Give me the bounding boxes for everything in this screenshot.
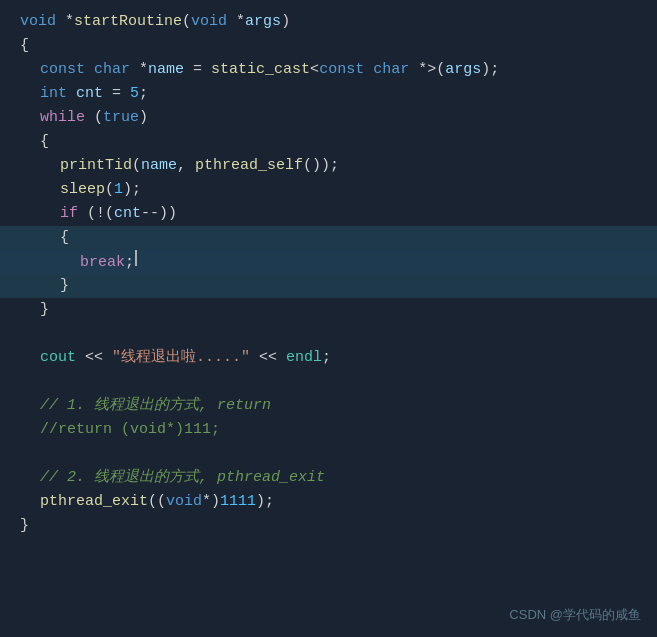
code-line-8: sleep(1); bbox=[0, 178, 657, 202]
num-5: 5 bbox=[130, 82, 139, 105]
comment-return: //return (void*)111; bbox=[40, 418, 220, 441]
decrement: --)) bbox=[141, 202, 177, 225]
num-1: 1 bbox=[114, 178, 123, 201]
cast-arg: args bbox=[445, 58, 481, 81]
func-printTid: printTid bbox=[60, 154, 132, 177]
keyword-void: void bbox=[20, 10, 65, 33]
code-line-12: } bbox=[0, 274, 657, 298]
brace-while-open: { bbox=[40, 130, 49, 153]
func-pthread-exit: pthread_exit bbox=[40, 490, 148, 513]
cast-type-char: char bbox=[373, 58, 418, 81]
code-line-9: if (!(cnt--)) bbox=[0, 202, 657, 226]
angle-open: < bbox=[310, 58, 319, 81]
printTid-paren: ( bbox=[132, 154, 141, 177]
kw-while: while bbox=[40, 106, 94, 129]
while-paren: ( bbox=[94, 106, 103, 129]
break-semi: ; bbox=[125, 251, 134, 274]
comment-1: // 1. 线程退出的方式, return bbox=[40, 394, 271, 417]
cast-star: *>( bbox=[418, 58, 445, 81]
code-line-6: { bbox=[0, 130, 657, 154]
while-close: ) bbox=[139, 106, 148, 129]
code-line-7: printTid(name, pthread_self()); bbox=[0, 154, 657, 178]
param-name: args bbox=[245, 10, 281, 33]
if-paren: (!( bbox=[87, 202, 114, 225]
paren-open: ( bbox=[182, 10, 191, 33]
code-line-21: pthread_exit((void*)1111); bbox=[0, 490, 657, 514]
brace-if-close: } bbox=[60, 274, 69, 297]
var-cnt: cnt bbox=[76, 82, 103, 105]
cout-op1: << bbox=[76, 346, 112, 369]
cnt-ref: cnt bbox=[114, 202, 141, 225]
code-line-10: { bbox=[0, 226, 657, 250]
code-line-13: } bbox=[0, 298, 657, 322]
code-line-4: int cnt = 5; bbox=[0, 82, 657, 106]
var-name: name bbox=[148, 58, 184, 81]
arg-name: name bbox=[141, 154, 177, 177]
comment-2: // 2. 线程退出的方式, pthread_exit bbox=[40, 466, 325, 489]
comma1: , bbox=[177, 154, 195, 177]
kw-const: const bbox=[40, 58, 94, 81]
kw-cout: cout bbox=[40, 346, 76, 369]
kw-char: char bbox=[94, 58, 139, 81]
brace-outer-close: } bbox=[20, 514, 29, 537]
paren-close: ) bbox=[281, 10, 290, 33]
num-1111: 1111 bbox=[220, 490, 256, 513]
kw-true: true bbox=[103, 106, 139, 129]
sleep-close: ); bbox=[123, 178, 141, 201]
string-val: "线程退出啦....." bbox=[112, 346, 250, 369]
kw-int: int bbox=[40, 82, 76, 105]
code-line-18: //return (void*)111; bbox=[0, 418, 657, 442]
semi1: ; bbox=[139, 82, 148, 105]
code-line-5: while (true) bbox=[0, 106, 657, 130]
code-line-3: const char *name = static_cast<const cha… bbox=[0, 58, 657, 82]
func-sleep: sleep bbox=[60, 178, 105, 201]
param-type: void bbox=[191, 10, 236, 33]
code-line-17: // 1. 线程退出的方式, return bbox=[0, 394, 657, 418]
kw-if: if bbox=[60, 202, 87, 225]
sleep-paren: ( bbox=[105, 178, 114, 201]
code-line-14 bbox=[0, 322, 657, 346]
code-line-19 bbox=[0, 442, 657, 466]
cnt-assign: = bbox=[103, 82, 130, 105]
func-pthread-self: pthread_self bbox=[195, 154, 303, 177]
pthread-exit-paren: (( bbox=[148, 490, 166, 513]
code-line-11: break; bbox=[0, 250, 657, 274]
code-line-15: cout << "线程退出啦....." << endl; bbox=[0, 346, 657, 370]
kw-break: break bbox=[80, 251, 125, 274]
code-line-22: } bbox=[0, 514, 657, 538]
code-editor: void *startRoutine(void *args) { const c… bbox=[0, 0, 657, 637]
pthread-self-parens: ()); bbox=[303, 154, 339, 177]
code-line-16 bbox=[0, 370, 657, 394]
text-cursor bbox=[135, 250, 137, 266]
static-cast: static_cast bbox=[211, 58, 310, 81]
brace-while-close: } bbox=[40, 298, 49, 321]
cast-close: ); bbox=[481, 58, 499, 81]
pthread-exit-close: ); bbox=[256, 490, 274, 513]
param-star: * bbox=[236, 10, 245, 33]
brace-if-open: { bbox=[60, 226, 69, 249]
func-name: startRoutine bbox=[74, 10, 182, 33]
watermark: CSDN @学代码的咸鱼 bbox=[509, 605, 641, 625]
cast-type-const: const bbox=[319, 58, 373, 81]
cout-semi: ; bbox=[322, 346, 331, 369]
brace-outer-open: { bbox=[20, 34, 29, 57]
operator-star: * bbox=[65, 10, 74, 33]
code-line-1: void *startRoutine(void *args) bbox=[0, 10, 657, 34]
cout-op2: << bbox=[250, 346, 286, 369]
assign: = bbox=[184, 58, 211, 81]
code-line-20: // 2. 线程退出的方式, pthread_exit bbox=[0, 466, 657, 490]
cast-star2: *) bbox=[202, 490, 220, 513]
star3: * bbox=[139, 58, 148, 81]
cast-void: void bbox=[166, 490, 202, 513]
kw-endl: endl bbox=[286, 346, 322, 369]
code-line-2: { bbox=[0, 34, 657, 58]
